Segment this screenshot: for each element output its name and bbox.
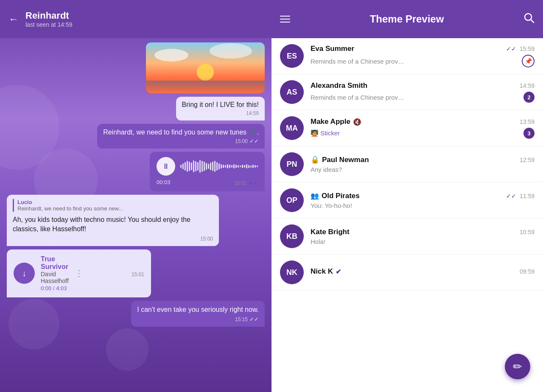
- chat-bottom: Reminds me of a Chinese prov… 📌: [311, 55, 535, 67]
- waveform-bar: [242, 165, 243, 168]
- app-header: Theme Preview: [272, 0, 543, 38]
- waveform-bar: [208, 164, 209, 169]
- chat-bottom: Hola!: [311, 238, 535, 245]
- chat-content: 👥 Old Pirates ✓✓ 11:59 You: Yo-ho-ho!: [311, 192, 535, 209]
- chat-item[interactable]: KB Kate Bright 10:59 Hola!: [272, 218, 543, 255]
- lock-icon: 🔒: [311, 155, 319, 164]
- download-icon: ↓: [22, 269, 26, 278]
- message-bubble: Reinhardt, we need to find you some new …: [97, 124, 265, 148]
- avatar: AS: [280, 80, 304, 104]
- music-menu-button[interactable]: ⋮: [75, 268, 83, 278]
- message-meta: 15:00: [13, 236, 213, 242]
- audio-duration: 00:03: [157, 179, 171, 185]
- chat-item[interactable]: OP 👥 Old Pirates ✓✓ 11:59 You: Yo-ho-ho!: [272, 182, 543, 218]
- chat-time-row: ✓✓ 15:59: [506, 45, 535, 52]
- chat-bottom: You: Yo-ho-ho!: [311, 202, 535, 209]
- waveform-bar: [204, 162, 205, 171]
- waveform-bar: [218, 163, 220, 169]
- contact-name: Kate Bright: [311, 228, 350, 236]
- chat-list-panel: Theme Preview ES Eva Summer ✓✓ 15:59: [272, 0, 543, 392]
- waveform-bar: [187, 161, 188, 172]
- pause-button[interactable]: ⏸: [157, 157, 175, 176]
- search-icon: [523, 12, 535, 23]
- avatar: KB: [280, 224, 304, 248]
- chat-item[interactable]: PN 🔒 Paul Newman 12:59 Any ideas?: [272, 146, 543, 182]
- chat-preview: Any ideas?: [311, 166, 342, 173]
- chat-bottom: Reminds me of a Chinese prov… 2: [311, 92, 535, 103]
- reply-message: Lucio Reinhardt, we need to find you som…: [7, 195, 219, 246]
- chat-time: 10:59: [520, 229, 535, 235]
- menu-line: [280, 16, 290, 17]
- contact-name: Reinhardt: [25, 10, 263, 21]
- waveform-bar: [235, 165, 237, 168]
- pin-icon: 📌: [522, 55, 535, 67]
- avatar: ES: [280, 44, 304, 68]
- waveform-bar: [252, 165, 254, 168]
- read-receipt: ✓✓: [249, 180, 258, 186]
- chat-time: 15:59: [520, 45, 535, 52]
- music-info: True Survivor David Hasselhoff 0:00 / 4:…: [41, 255, 69, 291]
- chat-content: Kate Bright 10:59 Hola!: [311, 228, 535, 245]
- waveform-bar: [212, 162, 213, 171]
- read-receipt: ✓✓: [249, 138, 259, 144]
- chat-content: Alexandra Smith 14:59 Reminds me of a Ch…: [311, 81, 535, 103]
- reply-preview: Reinhardt, we need to find you some new.…: [17, 205, 213, 212]
- pause-icon: ⏸: [162, 162, 170, 171]
- message-time: 15:00: [200, 236, 213, 242]
- chat-top: Alexandra Smith 14:59: [311, 81, 535, 90]
- download-button[interactable]: ↓: [14, 263, 35, 284]
- contact-name: 🔒 Paul Newman: [311, 155, 369, 164]
- compose-button[interactable]: ✏: [505, 354, 530, 379]
- chat-item[interactable]: NK Nick K ✔ 09:59: [272, 255, 543, 291]
- message-meta: 15:00 ✓✓: [103, 138, 259, 144]
- chat-top: 👥 Old Pirates ✓✓ 11:59: [311, 192, 535, 200]
- chat-content: Nick K ✔ 09:59: [311, 267, 535, 277]
- waveform-bar: [199, 160, 201, 173]
- message-time: 14:59: [246, 110, 259, 116]
- avatar: MA: [280, 116, 304, 140]
- contact-name: Alexandra Smith: [311, 81, 367, 90]
- chat-top: Make Apple 🔇 13:59: [311, 118, 535, 126]
- chat-item[interactable]: ES Eva Summer ✓✓ 15:59 Reminds me of a C…: [272, 38, 543, 74]
- waveform-bar: [185, 162, 186, 171]
- message-time: 15:00: [235, 138, 248, 144]
- svg-point-2: [154, 49, 188, 62]
- avatar: NK: [280, 260, 304, 284]
- sunset-image: [146, 42, 265, 93]
- menu-line: [280, 19, 290, 20]
- message-time: 15:01: [234, 180, 247, 186]
- waveform-bar: [195, 161, 196, 171]
- waveform-bar: [221, 164, 222, 168]
- chat-time: 13:59: [520, 118, 535, 125]
- chat-time: 12:59: [520, 157, 535, 163]
- waveform-bar: [229, 165, 230, 168]
- waveform-bar: [257, 165, 258, 167]
- chat-top: 🔒 Paul Newman 12:59: [311, 155, 535, 164]
- contact-info: Reinhardt last seen at 14:59: [25, 10, 263, 28]
- avatar: PN: [280, 152, 304, 176]
- read-receipt: ✓✓: [249, 316, 259, 322]
- chat-time: 14:59: [520, 82, 535, 89]
- back-button[interactable]: ←: [8, 13, 19, 25]
- waveform-bar: [223, 165, 224, 168]
- chat-item[interactable]: AS Alexandra Smith 14:59 Reminds me of a…: [272, 74, 543, 110]
- chat-item[interactable]: MA Make Apple 🔇 13:59 🧑‍🏫 Sticker 3: [272, 110, 543, 146]
- waveform-bar: [231, 165, 232, 168]
- waveform-bar: [227, 164, 228, 168]
- waveform-bar: [189, 162, 190, 171]
- group-icon: 👥: [311, 192, 319, 200]
- verified-icon: ✔: [336, 268, 341, 276]
- message-text: I can't even take you seriously right no…: [137, 305, 259, 314]
- svg-rect-4: [146, 81, 265, 93]
- avatar: OP: [280, 188, 304, 212]
- image-message: [146, 42, 265, 93]
- unread-badge: 2: [523, 92, 535, 103]
- menu-button[interactable]: [280, 16, 290, 22]
- chat-preview: 🧑‍🏫 Sticker: [311, 129, 340, 137]
- conversations-list: ES Eva Summer ✓✓ 15:59 Reminds me of a C…: [272, 38, 543, 392]
- waveform-bar: [216, 162, 218, 171]
- search-button[interactable]: [523, 12, 535, 26]
- contact-name: 👥 Old Pirates: [311, 192, 360, 200]
- waveform-bar: [191, 162, 192, 170]
- message-meta: 15:15 ✓✓: [137, 316, 259, 322]
